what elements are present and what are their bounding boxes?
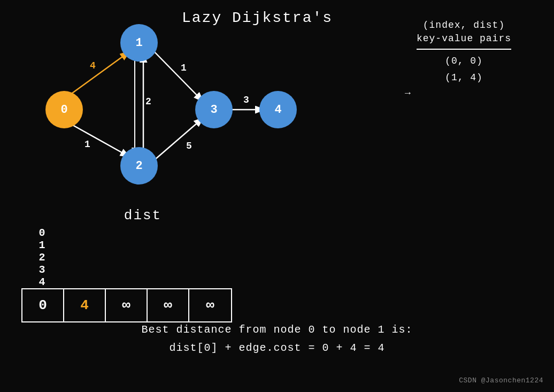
edge-1-3 [151, 48, 202, 101]
edge-2-3 [151, 119, 202, 163]
dist-cell-2: ∞ [106, 289, 148, 321]
dist-table-grid: 0 4 ∞ ∞ ∞ [21, 288, 232, 322]
col-header-4: 4 [21, 276, 63, 288]
col-header-1: 1 [21, 239, 63, 251]
col-header-3: 3 [21, 264, 63, 276]
bottom-line2: dist[0] + edge.cost = 0 + 4 = 4 [0, 339, 554, 357]
graph-area: 4 1 1 2 5 3 0 1 2 3 4 [16, 5, 316, 201]
edge-label-2-3: 5 [186, 141, 192, 151]
kv-entry-0: (0, 0) [417, 53, 511, 70]
dist-section: dist 0 1 2 3 4 0 4 ∞ ∞ ∞ [21, 207, 232, 322]
node-1-label: 1 [135, 36, 142, 50]
node-0-label: 0 [60, 103, 67, 117]
graph-svg: 4 1 1 2 5 3 0 1 2 3 4 [16, 5, 316, 198]
node-2-label: 2 [135, 159, 142, 173]
dist-cell-3: ∞ [148, 289, 189, 321]
col-header-2: 2 [21, 251, 63, 264]
dist-col-headers: 0 1 2 3 4 [21, 227, 232, 288]
kv-line1: (index, dist) [417, 19, 511, 32]
bottom-line1: Best distance from node 0 to node 1 is: [0, 321, 554, 339]
edge-label-0-1: 4 [90, 60, 96, 71]
node-4-label: 4 [274, 103, 281, 117]
node-3-label: 3 [210, 103, 217, 117]
kv-line2: key-value pairs [417, 32, 511, 45]
dist-cell-4: ∞ [189, 289, 231, 321]
kv-arrow: → [405, 88, 411, 98]
dist-cell-0: 0 [22, 289, 64, 321]
dist-label: dist [53, 207, 232, 224]
bottom-text: Best distance from node 0 to node 1 is: … [0, 321, 554, 357]
edge-0-2 [64, 120, 128, 156]
kv-entry-1: (1, 4) [417, 70, 511, 86]
edge-label-1-3: 1 [181, 63, 187, 73]
kv-divider [417, 49, 511, 50]
edge-label-0-2: 1 [84, 139, 90, 150]
watermark: CSDN @Jasonchen1224 [459, 376, 543, 385]
edge-label-2-1: 2 [145, 96, 151, 107]
col-header-0: 0 [21, 227, 63, 239]
kv-title: (index, dist) key-value pairs [417, 19, 511, 45]
dist-cell-1: 4 [64, 289, 106, 321]
kv-panel: (index, dist) key-value pairs → (0, 0) (… [417, 19, 511, 86]
edge-label-3-4: 3 [243, 95, 249, 105]
edge-0-1 [64, 52, 128, 99]
